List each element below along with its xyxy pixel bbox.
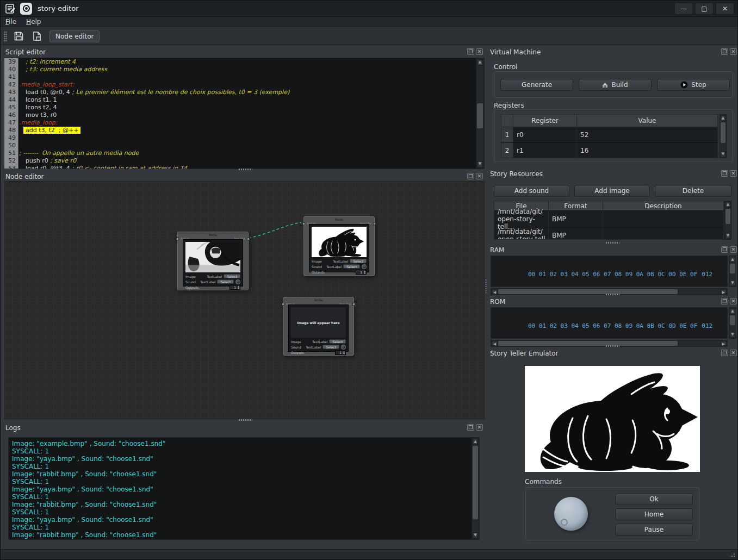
select-sound-button[interactable]: Select — [323, 345, 339, 349]
toolbar-drag-handle[interactable] — [4, 31, 7, 42]
dock-float-button[interactable]: ❐ — [721, 298, 728, 304]
dock-close-button[interactable]: ✕ — [476, 48, 483, 55]
pause-button[interactable]: Pause — [615, 524, 693, 536]
logs-vscrollbar[interactable]: ▲ ▼ — [472, 438, 479, 539]
table-row[interactable]: 2 r1 16 — [501, 142, 718, 158]
splitter-handle[interactable] — [238, 419, 252, 421]
delete-button[interactable]: Delete — [655, 185, 731, 197]
outputs-spinbox[interactable]: 1▲▼ — [356, 270, 367, 275]
dock-close-button[interactable]: ✕ — [730, 48, 737, 55]
menu-help[interactable]: Help — [21, 17, 46, 27]
dock-float-button[interactable]: ❐ — [721, 246, 728, 253]
logs-dock-title: Logs ❐ ✕ — [4, 423, 485, 433]
dock-float-button[interactable]: ❐ — [467, 173, 474, 179]
close-button[interactable]: ✕ — [716, 3, 734, 15]
commands-group-label: Commands — [525, 478, 562, 486]
ram-vscrollbar[interactable]: ▲ ▼ — [729, 256, 736, 287]
splitter-handle[interactable] — [605, 241, 619, 244]
table-row[interactable]: 1 r0 52 — [501, 127, 718, 142]
step-play-icon — [680, 81, 688, 89]
window-menu-icon[interactable] — [5, 3, 16, 14]
ram-hex-view[interactable]: 00 01 02 03 04 05 06 07 08 09 0A 0B 0C 0… — [491, 256, 728, 287]
generate-button[interactable]: Generate — [500, 79, 573, 91]
rom-hex-view[interactable]: 00 01 02 03 04 05 06 07 08 09 0A 0B 0C 0… — [491, 307, 728, 339]
outputs-spinbox[interactable]: 1▲▼ — [335, 350, 346, 355]
input-port[interactable] — [282, 303, 284, 306]
emulator-screen-image — [525, 366, 700, 472]
add-sound-button[interactable]: Add sound — [494, 185, 569, 197]
input-port[interactable] — [302, 222, 305, 225]
build-button[interactable]: Build — [579, 79, 652, 91]
dock-close-button[interactable]: ✕ — [730, 350, 737, 356]
select-image-button[interactable]: Select — [329, 339, 346, 344]
dock-close-button[interactable]: ✕ — [730, 298, 737, 304]
select-sound-button[interactable]: Select — [217, 279, 234, 284]
node-canvas[interactable]: Node Port In Port Out — [4, 181, 485, 419]
maximize-button[interactable]: ▢ — [695, 3, 714, 15]
dock-close-button[interactable]: ✕ — [476, 173, 483, 179]
ram-dock-title: RAM ❐ ✕ — [488, 245, 738, 256]
status-bar — [1, 549, 737, 559]
script-editor[interactable]: 39 40 41 42 43 44 45 46 47 48 49 50 51 5… — [4, 58, 485, 169]
media-node[interactable]: Node Port In Port Out — [303, 216, 375, 276]
rom-dock-title: ROM ❐ ✕ — [488, 297, 738, 307]
selection-knob[interactable] — [554, 497, 588, 531]
registers-vscrollbar[interactable]: ▲ ▼ — [720, 114, 727, 158]
dock-float-button[interactable]: ❐ — [721, 350, 728, 356]
media-node[interactable]: Node Port In Port Out — [177, 232, 249, 290]
dock-float-button[interactable]: ❐ — [721, 48, 728, 55]
play-sound-button[interactable] — [341, 345, 346, 350]
input-port[interactable] — [176, 238, 179, 240]
output-port[interactable] — [373, 222, 376, 225]
registers-table: Register Value 1 r0 52 2 r1 16 — [501, 114, 718, 158]
dock-float-button[interactable]: ❐ — [467, 48, 474, 55]
code-area[interactable]: ; t2: increment 4 ; t3: current media ad… — [19, 58, 475, 169]
save-button[interactable] — [11, 30, 26, 43]
dock-close-button[interactable]: ✕ — [730, 246, 737, 253]
build-icon — [602, 82, 608, 88]
step-button[interactable]: Step — [657, 79, 730, 91]
node-editor-toggle-button[interactable]: Node editor — [49, 30, 100, 42]
media-node[interactable]: Node Port In Port Out Image will appear … — [283, 297, 354, 356]
ok-button[interactable]: Ok — [615, 493, 693, 505]
table-row[interactable]: /mnt/data/git/ open-story-tell… BMP — [494, 210, 724, 227]
resources-vscrollbar[interactable]: ▲ ▼ — [724, 201, 731, 240]
dock-close-button[interactable]: ✕ — [476, 424, 483, 431]
select-image-button[interactable]: Select — [350, 259, 367, 263]
select-image-button[interactable]: Select — [224, 274, 240, 278]
registers-group: Register Value 1 r0 52 2 r1 16 ▲ ▼ — [494, 109, 733, 162]
splitter-handle[interactable] — [485, 279, 487, 293]
output-port[interactable] — [352, 303, 355, 306]
play-sound-button[interactable] — [235, 279, 240, 284]
registers-group-label: Registers — [494, 102, 524, 109]
control-group: Generate Build Step — [494, 71, 733, 98]
select-sound-button[interactable]: Select — [343, 264, 360, 269]
script-editor-vscrollbar[interactable]: ▲ ▼ — [476, 58, 484, 169]
dock-float-button[interactable]: ❐ — [721, 170, 728, 177]
script-editor-dock-title: Script editor ❐ ✕ — [4, 47, 485, 58]
virtual-machine-dock: Virtual Machine ❐ ✕ Control Generate Bui… — [488, 47, 738, 166]
line-number-gutter: 39 40 41 42 43 44 45 46 47 48 49 50 51 5… — [4, 58, 18, 169]
resize-grip[interactable] — [729, 551, 736, 558]
node-editor-dock: Node editor ❐ ✕ Node Port In Port Out — [4, 172, 485, 419]
play-sound-button[interactable] — [362, 264, 367, 269]
splitter-handle[interactable] — [238, 168, 252, 171]
splitter-handle[interactable] — [605, 293, 619, 296]
script-editor-dock: Script editor ❐ ✕ 39 40 41 42 43 44 45 4… — [4, 47, 485, 169]
export-button[interactable] — [30, 30, 44, 43]
home-button[interactable]: Home — [615, 508, 693, 520]
commands-group: Ok Home Pause — [525, 487, 699, 540]
table-row[interactable]: /mnt/data/git/ open-story-tell BMP — [494, 227, 724, 240]
rom-vscrollbar[interactable]: ▲ ▼ — [729, 307, 736, 339]
dock-float-button[interactable]: ❐ — [467, 424, 474, 431]
rom-dock: ROM ❐ ✕ 00 01 02 03 04 05 06 07 08 09 0A… — [488, 297, 738, 348]
dock-close-button[interactable]: ✕ — [730, 170, 737, 177]
menu-file[interactable]: File — [1, 17, 21, 27]
splitter-handle[interactable] — [605, 345, 619, 347]
outputs-spinbox[interactable]: 1▲▼ — [230, 285, 240, 290]
minimize-button[interactable]: — — [674, 3, 693, 15]
highlighted-line: add t3, t2 ; @++ — [23, 127, 80, 134]
add-image-button[interactable]: Add image — [574, 185, 650, 197]
node-image-preview: Image will appear here — [291, 307, 346, 338]
output-port[interactable] — [247, 238, 250, 240]
